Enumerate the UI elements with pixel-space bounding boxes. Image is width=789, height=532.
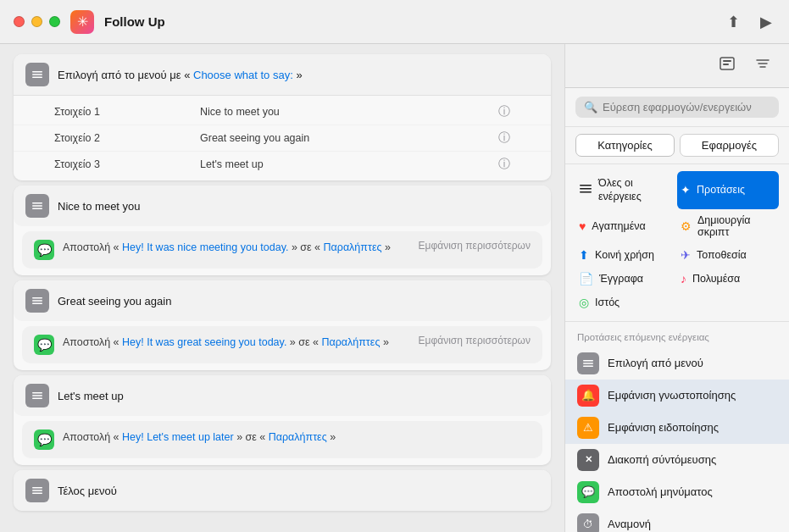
cat-documents-icon: 📄 xyxy=(579,272,593,285)
cat-media[interactable]: ♪ Πολυμέσα xyxy=(677,267,779,291)
menu-selection-link[interactable]: Choose what to say: xyxy=(193,69,293,81)
section-great-icon xyxy=(25,289,49,313)
svg-rect-16 xyxy=(723,60,731,62)
svg-rect-0 xyxy=(32,71,42,73)
end-menu-header[interactable]: Τέλος μενού xyxy=(14,470,551,511)
right-panel: 🔍 Κατηγορίες Εφαρμογές Όλες οι ενέργειες… xyxy=(564,44,789,532)
cat-location-label: Τοποθεσία xyxy=(697,249,747,261)
close-button[interactable] xyxy=(14,16,25,27)
menu-row-2: Στοιχείο 2 Great seeing you again ⓘ xyxy=(14,125,551,152)
message-content-meetup: Hey! Let's meet up later xyxy=(122,431,234,443)
info-icon-3[interactable]: ⓘ xyxy=(498,157,510,172)
window-title: Follow Up xyxy=(104,14,714,29)
section-meetup-title: Let's meet up xyxy=(58,390,124,402)
message-icon-nice: 💬 xyxy=(34,240,54,260)
svg-rect-14 xyxy=(32,493,42,495)
sug-wait[interactable]: ⏱ Αναμονή xyxy=(565,508,789,533)
svg-rect-13 xyxy=(32,490,42,491)
search-box: 🔍 xyxy=(565,88,789,127)
cat-suggestions-label: Προτάσεις xyxy=(697,184,745,196)
cat-suggestions[interactable]: ✦ Προτάσεις xyxy=(677,171,779,209)
play-button[interactable]: ▶ xyxy=(757,9,775,35)
svg-rect-21 xyxy=(580,185,592,186)
sug-menu[interactable]: Επιλογή από μενού xyxy=(565,347,789,380)
message-icon-great: 💬 xyxy=(34,335,54,355)
cat-location-icon: ✈ xyxy=(681,248,691,262)
search-wrapper[interactable]: 🔍 xyxy=(575,97,779,118)
expand-great[interactable]: Εμφάνιση περισσότερων xyxy=(419,335,531,346)
svg-rect-2 xyxy=(32,77,42,79)
library-button[interactable] xyxy=(714,51,740,80)
toggle-row: Κατηγορίες Εφαρμογές xyxy=(565,127,789,164)
apps-toggle[interactable]: Εφαρμογές xyxy=(680,134,779,157)
section-meetup-header[interactable]: Let's meet up xyxy=(14,375,551,416)
cat-documents[interactable]: 📄 Έγγραφα xyxy=(575,267,677,291)
cat-scripting-icon: ⚙ xyxy=(681,219,692,233)
cat-documents-label: Έγγραφα xyxy=(599,273,643,285)
cat-sharing-label: Κοινή χρήση xyxy=(595,249,654,261)
sug-alert[interactable]: ⚠ Εμφάνιση ειδοποίησης xyxy=(565,412,789,444)
menu-value-2: Great seeing you again xyxy=(200,132,492,144)
message-content-great: Hey! It was great seeing you today. xyxy=(122,336,286,348)
message-text-meetup: Αποστολή « Hey! Let's meet up later » σε… xyxy=(63,429,531,446)
recipients-meetup[interactable]: Παραλήπτες xyxy=(269,431,327,443)
categories-toggle[interactable]: Κατηγορίες xyxy=(575,134,675,157)
message-icon-meetup: 💬 xyxy=(34,429,54,450)
svg-rect-26 xyxy=(583,365,593,366)
cat-all-label: Όλες οι ενέργειες xyxy=(598,176,674,204)
main-content: Επιλογή από το μενού με « Choose what to… xyxy=(0,44,789,532)
expand-nice[interactable]: Εμφάνιση περισσότερων xyxy=(419,240,531,252)
svg-rect-22 xyxy=(580,188,592,190)
section-nice-header[interactable]: Nice to meet you xyxy=(14,186,551,226)
svg-rect-11 xyxy=(32,398,42,400)
menu-selection-block: Επιλογή από το μενού με « Choose what to… xyxy=(14,54,551,180)
message-content-nice: Hey! It was nice meeting you today. xyxy=(122,241,288,253)
cat-scripting[interactable]: ⚙ Δημιουργία σκριπτ xyxy=(677,209,779,243)
end-menu-title: Τέλος μενού xyxy=(58,485,117,497)
search-input[interactable] xyxy=(603,101,770,114)
section-great-header[interactable]: Great seeing you again xyxy=(14,280,551,321)
sug-sendmsg[interactable]: 💬 Αποστολή μηνύματος xyxy=(565,476,789,508)
svg-rect-24 xyxy=(583,360,593,361)
cat-favorites-icon: ♥ xyxy=(579,219,586,233)
section-meetup-icon xyxy=(25,384,49,407)
sug-alert-label: Εμφάνιση ειδοποίησης xyxy=(608,421,719,434)
sug-sendmsg-label: Αποστολή μηνύματος xyxy=(608,485,713,498)
svg-rect-4 xyxy=(32,205,42,207)
send-message-meetup[interactable]: 💬 Αποστολή « Hey! Let's meet up later » … xyxy=(22,421,542,458)
filter-button[interactable] xyxy=(750,51,775,80)
minimize-button[interactable] xyxy=(31,16,42,27)
menu-label-2: Στοιχείο 2 xyxy=(54,132,200,144)
share-button[interactable]: ⬆ xyxy=(724,9,743,35)
svg-rect-9 xyxy=(32,392,42,394)
cat-favorites[interactable]: ♥ Αγαπημένα xyxy=(575,209,677,243)
sug-notif[interactable]: 🔔 Εμφάνιση γνωστοποίησης xyxy=(565,380,789,412)
fullscreen-button[interactable] xyxy=(49,16,60,27)
end-menu-block: Τέλος μενού xyxy=(14,470,551,511)
cat-location[interactable]: ✈ Τοποθεσία xyxy=(677,243,779,267)
menu-selection-header[interactable]: Επιλογή από το μενού με « Choose what to… xyxy=(14,54,551,96)
recipients-great[interactable]: Παραλήπτες xyxy=(321,336,380,348)
section-great-title: Great seeing you again xyxy=(58,295,171,308)
cat-web[interactable]: ◎ Ιστός xyxy=(575,291,677,314)
cat-all-icon xyxy=(579,182,592,198)
svg-rect-5 xyxy=(32,208,42,210)
info-icon-2[interactable]: ⓘ xyxy=(498,130,510,146)
menu-icon xyxy=(25,63,49,86)
send-message-nice[interactable]: 💬 Αποστολή « Hey! It was nice meeting yo… xyxy=(22,231,542,269)
svg-rect-12 xyxy=(32,487,42,489)
sug-stop-label: Διακοπή σύντόμευσης xyxy=(608,453,716,466)
sug-stop[interactable]: ✕ Διακοπή σύντόμευσης xyxy=(565,444,789,476)
sug-alert-icon: ⚠ xyxy=(577,417,599,439)
sug-menu-icon xyxy=(577,352,599,374)
send-message-great[interactable]: 💬 Αποστολή « Hey! It was great seeing yo… xyxy=(22,326,542,363)
section-meetup: Let's meet up 💬 Αποστολή « Hey! Let's me… xyxy=(14,375,551,465)
svg-rect-23 xyxy=(580,191,592,193)
cat-all[interactable]: Όλες οι ενέργειες xyxy=(575,171,677,209)
info-icon-1[interactable]: ⓘ xyxy=(498,104,510,119)
cat-sharing[interactable]: ⬆ Κοινή χρήση xyxy=(575,243,677,267)
recipients-nice[interactable]: Παραλήπτες xyxy=(324,241,382,253)
cat-media-icon: ♪ xyxy=(681,272,686,285)
cat-sharing-icon: ⬆ xyxy=(579,248,589,262)
section-nice-title: Nice to meet you xyxy=(58,200,141,213)
